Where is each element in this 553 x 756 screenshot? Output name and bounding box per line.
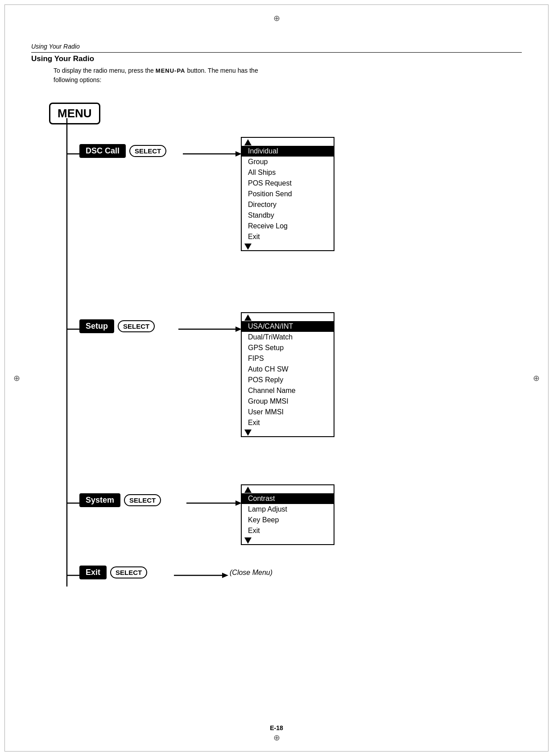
setup-item-exit: Exit <box>242 417 334 428</box>
crosshair-left: ⊕ <box>13 373 20 383</box>
system-scroll-up <box>244 487 252 493</box>
dsc-call-item-exit: Exit <box>242 231 334 242</box>
page-number: E-18 <box>270 724 283 731</box>
setup-item-usermmsi: User MMSI <box>242 407 334 417</box>
setup-item-gps: GPS Setup <box>242 343 334 353</box>
system-item-keybeep: Key Beep <box>242 515 334 525</box>
exit-select: SELECT <box>110 566 147 578</box>
setup-dropdown: USA/CAN/INT Dual/TriWatch GPS Setup FIPS… <box>241 312 334 437</box>
dsc-call-item-group: Group <box>242 157 334 167</box>
dsc-call-item-standby: Standby <box>242 210 334 221</box>
exit-label: Exit <box>79 566 107 579</box>
setup-item-channelname: Channel Name <box>242 385 334 396</box>
dsc-call-select: SELECT <box>129 145 166 157</box>
crosshair-right: ⊕ <box>533 373 540 383</box>
dsc-call-dropdown: Individual Group All Ships POS Request P… <box>241 137 334 251</box>
svg-marker-12 <box>222 573 228 578</box>
intro-line2: button. The menu has the <box>187 67 258 74</box>
dsc-call-item-posrequest: POS Request <box>242 178 334 189</box>
setup-scroll-up <box>244 314 252 321</box>
crosshair-top: ⊕ <box>273 13 280 23</box>
setup-row: Setup SELECT <box>79 319 155 333</box>
setup-item-dual: Dual/TriWatch <box>242 332 334 343</box>
system-row: System SELECT <box>79 493 161 507</box>
dsc-call-item-receivelog: Receive Log <box>242 221 334 231</box>
system-item-lamp: Lamp Adjust <box>242 504 334 515</box>
exit-row: Exit SELECT <box>79 566 147 579</box>
system-item-exit: Exit <box>242 525 334 536</box>
main-content: Using Your Radio To display the radio me… <box>31 49 522 709</box>
setup-label: Setup <box>79 319 114 333</box>
system-select: SELECT <box>124 494 161 506</box>
system-dropdown: Contrast Lamp Adjust Key Beep Exit <box>241 484 334 545</box>
dsc-call-scroll-up <box>244 139 252 145</box>
dsc-call-row: DSC Call SELECT <box>79 144 166 158</box>
system-label: System <box>79 493 120 507</box>
setup-select: SELECT <box>118 320 155 332</box>
section-title: Using Your Radio <box>31 54 522 63</box>
dsc-call-label: DSC Call <box>79 144 126 158</box>
setup-item-posreply: POS Reply <box>242 375 334 385</box>
setup-item-fips: FIPS <box>242 353 334 364</box>
menu-pa-keyword: MENU-PA <box>156 67 186 74</box>
setup-scroll-down <box>244 430 252 436</box>
close-menu-text: (Close Menu) <box>230 569 272 577</box>
intro-line1: To display the radio menu, press the <box>54 67 154 74</box>
system-scroll-down <box>244 537 252 544</box>
dsc-call-item-individual: Individual <box>242 146 334 157</box>
menu-diagram: MENU DSC Call SELECT Individual Group Al… <box>49 94 517 709</box>
menu-button: MENU <box>49 103 100 124</box>
intro-text: To display the radio menu, press the MEN… <box>54 66 522 85</box>
intro-line3: following options: <box>54 76 101 83</box>
dsc-call-item-allships: All Ships <box>242 167 334 178</box>
setup-item-autoch: Auto CH SW <box>242 364 334 375</box>
system-item-contrast: Contrast <box>242 493 334 504</box>
setup-item-groupmmsi: Group MMSI <box>242 396 334 407</box>
crosshair-bottom: ⊕ <box>273 733 280 743</box>
dsc-call-scroll-down <box>244 244 252 250</box>
setup-item-usa: USA/CAN/INT <box>242 321 334 332</box>
dsc-call-item-possend: Position Send <box>242 189 334 199</box>
dsc-call-item-directory: Directory <box>242 199 334 210</box>
